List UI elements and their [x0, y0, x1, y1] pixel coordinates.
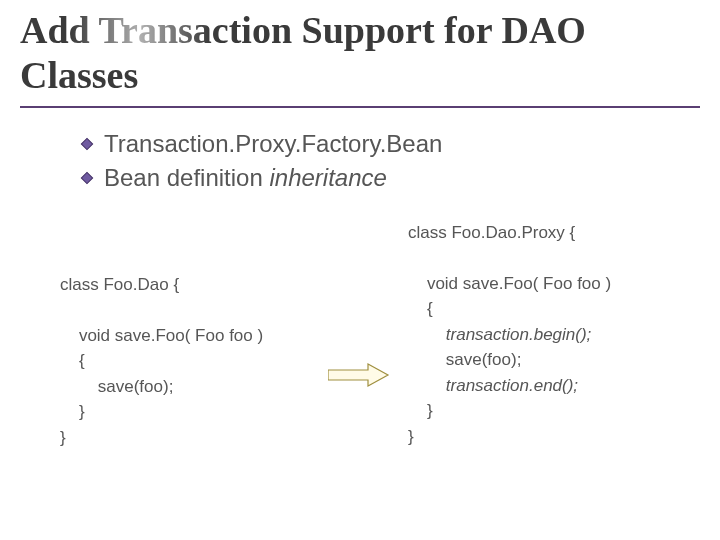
bullet-text-italic: inheritance — [269, 164, 386, 191]
diamond-bullet-icon — [80, 171, 94, 185]
svg-rect-1 — [81, 172, 92, 183]
code-line — [408, 376, 446, 395]
code-line: } — [60, 402, 85, 421]
code-line: void save.Foo( Foo foo ) — [60, 326, 263, 345]
arrow-icon — [328, 362, 390, 392]
code-line — [408, 325, 446, 344]
diamond-bullet-icon — [80, 137, 94, 151]
code-block-left: class Foo.Dao { void save.Foo( Foo foo )… — [60, 272, 263, 451]
svg-rect-0 — [81, 138, 92, 149]
code-line: save(foo); — [408, 350, 521, 369]
bullet-text: Bean definition inheritance — [104, 164, 387, 192]
code-line: } — [408, 427, 414, 446]
svg-marker-2 — [328, 364, 388, 386]
code-line-italic: transaction.begin(); — [446, 325, 592, 344]
code-line-italic: transaction.end(); — [446, 376, 578, 395]
bullet-item: Bean definition inheritance — [80, 164, 700, 192]
bullet-list: Transaction.Proxy.Factory.Bean Bean defi… — [20, 130, 700, 192]
code-line: class Foo.Dao.Proxy { — [408, 223, 575, 242]
bullet-text: Transaction.Proxy.Factory.Bean — [104, 130, 442, 158]
code-line: save(foo); — [60, 377, 173, 396]
code-line: { — [60, 351, 85, 370]
code-line: } — [60, 428, 66, 447]
slide-title: Add Transaction Support for DAO Classes — [20, 8, 700, 98]
title-underline — [20, 106, 700, 108]
slide-container: Add Transaction Support for DAO Classes … — [0, 0, 720, 520]
code-content-area: class Foo.Dao { void save.Foo( Foo foo )… — [20, 220, 700, 520]
code-line: { — [408, 299, 433, 318]
code-line: void save.Foo( Foo foo ) — [408, 274, 611, 293]
bullet-text-plain: Bean definition — [104, 164, 269, 191]
code-line: } — [408, 401, 433, 420]
code-line: class Foo.Dao { — [60, 275, 179, 294]
bullet-item: Transaction.Proxy.Factory.Bean — [80, 130, 700, 158]
code-block-right: class Foo.Dao.Proxy { void save.Foo( Foo… — [408, 220, 611, 450]
